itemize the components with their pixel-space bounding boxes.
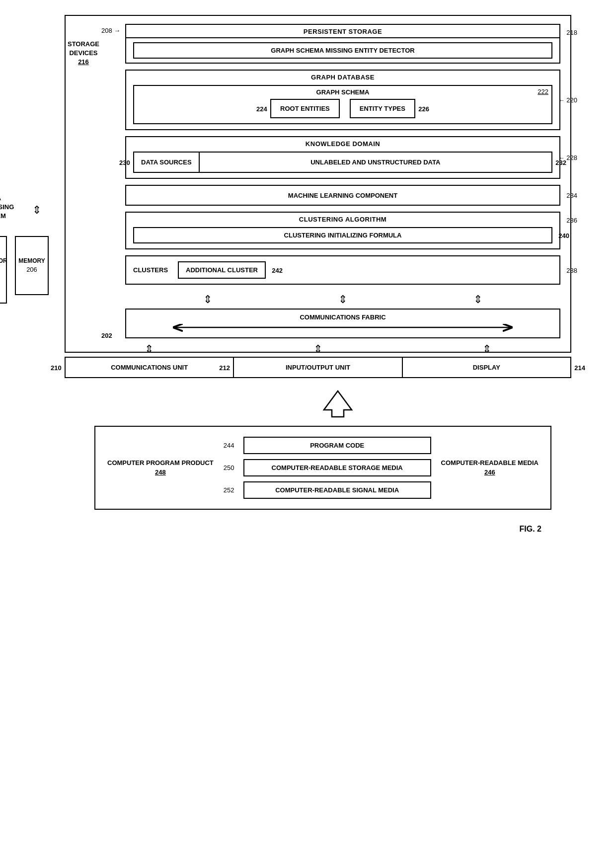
clusters-label: CLUSTERS bbox=[133, 266, 168, 274]
ref-248: 248 bbox=[155, 469, 166, 476]
main-outer-box: 208 → PERSISTENT STORAGE GRAPH SCHEMA MI… bbox=[65, 15, 571, 353]
ref-224: 224 bbox=[256, 105, 267, 112]
memory-box: MEMORY 206 bbox=[15, 236, 49, 295]
data-processing-system-label: DATA PROCESSING SYSTEM 200 bbox=[0, 194, 20, 230]
memory-ref: 206 bbox=[26, 266, 37, 273]
ref-218: 218 bbox=[566, 29, 577, 36]
display-up-arrow: ⇕ bbox=[482, 343, 491, 356]
knowledge-domain-title: KNOWLEDGE DOMAIN bbox=[126, 137, 559, 150]
ref-244: 244 bbox=[224, 442, 239, 449]
horiz-comms-arrow bbox=[130, 323, 555, 332]
arrow-to-fabric-1: ⇕ bbox=[203, 293, 212, 306]
ref-242: 242 bbox=[272, 266, 283, 274]
io-up-arrow: ⇕ bbox=[313, 343, 322, 356]
graph-database-title: GRAPH DATABASE bbox=[126, 71, 559, 83]
unlabeled-data-box: UNLABELED AND UNSTRUCTURED DATA 232 bbox=[200, 152, 552, 173]
clustering-algorithm-box: CLUSTERING ALGORITHM CLUSTERING INITIALI… bbox=[125, 212, 560, 249]
clustering-algorithm-title: CLUSTERING ALGORITHM bbox=[126, 213, 559, 225]
ref-228: ← 228 bbox=[558, 154, 577, 161]
ref-240: 240 bbox=[558, 232, 569, 239]
ref-246: 246 bbox=[484, 469, 495, 476]
ref-220: ← 220 bbox=[558, 96, 577, 104]
comms-unit-box: 210 COMMUNICATIONS UNIT bbox=[65, 357, 234, 378]
persistent-storage-box: PERSISTENT STORAGE GRAPH SCHEMA MISSING … bbox=[125, 24, 560, 64]
svg-marker-1 bbox=[324, 391, 352, 417]
ref-234: 234 bbox=[566, 192, 577, 199]
ref-214: 214 bbox=[574, 364, 585, 371]
root-entities-box: 224 ROOT ENTITIES bbox=[270, 99, 340, 118]
machine-learning-title: MACHINE LEARNING COMPONENT bbox=[288, 192, 397, 199]
display-box: DISPLAY 214 bbox=[403, 357, 571, 378]
program-code-box: PROGRAM CODE bbox=[243, 437, 431, 454]
memory-arrow: ⇕ bbox=[32, 204, 41, 217]
additional-cluster-box: ADDITIONAL CLUSTER 242 bbox=[178, 261, 266, 279]
data-sources-box: 230 DATA SOURCES bbox=[133, 152, 200, 173]
ref-208: 208 → bbox=[101, 27, 120, 34]
ref-238: 238 bbox=[566, 266, 577, 274]
arrow-to-fabric-2: ⇕ bbox=[338, 293, 347, 306]
processor-unit-box: PROCESSOR UNIT 204 bbox=[0, 236, 7, 304]
cpp-left-label: COMPUTER PROGRAM PRODUCT 248 bbox=[107, 459, 214, 476]
io-unit-box: INPUT/OUTPUT UNIT 212 bbox=[234, 357, 402, 378]
cpp-right-label: COMPUTER-READABLE MEDIA 246 bbox=[441, 459, 539, 476]
graph-schema-missing-detector: GRAPH SCHEMA MISSING ENTITY DETECTOR bbox=[133, 42, 552, 59]
signal-media-box: COMPUTER-READABLE SIGNAL MEDIA bbox=[243, 481, 431, 499]
comms-fabric-box: COMMUNICATIONS FABRIC bbox=[125, 309, 560, 338]
clustering-init-box: CLUSTERING INITIALIZING FORMULA 240 bbox=[133, 227, 552, 243]
graph-database-box: GRAPH DATABASE GRAPH SCHEMA 222 224 ROOT… bbox=[125, 70, 560, 130]
ref-202: 202 bbox=[101, 332, 112, 339]
entity-types-box: ENTITY TYPES 226 bbox=[350, 99, 415, 118]
storage-media-box: COMPUTER-READABLE STORAGE MEDIA bbox=[243, 459, 431, 476]
arrow-to-fabric-3: ⇕ bbox=[473, 293, 482, 306]
computer-program-product-outer: COMPUTER PROGRAM PRODUCT 248 244 PROGRAM… bbox=[94, 426, 551, 510]
ref-212: 212 bbox=[219, 364, 230, 371]
ref-222: 222 bbox=[538, 88, 548, 95]
between-diagrams-arrow bbox=[94, 390, 581, 418]
ref-252: 252 bbox=[224, 486, 239, 494]
ref-226: 226 bbox=[418, 105, 429, 112]
clusters-box: CLUSTERS ADDITIONAL CLUSTER 242 238 bbox=[125, 255, 560, 285]
knowledge-domain-box: KNOWLEDGE DOMAIN 230 DATA SOURCES UNLABE… bbox=[125, 136, 560, 179]
ref-210: 210 bbox=[51, 364, 62, 371]
comms-up-arrow: ⇕ bbox=[145, 343, 154, 356]
fig-label: FIG. 2 bbox=[35, 525, 541, 534]
persistent-storage-title: PERSISTENT STORAGE bbox=[126, 25, 559, 38]
graph-schema-title: GRAPH SCHEMA bbox=[134, 86, 551, 97]
ref-250: 250 bbox=[224, 464, 239, 471]
ref-230-label: 230 bbox=[119, 158, 130, 166]
ref-236: 236 bbox=[566, 217, 577, 224]
graph-schema-box: GRAPH SCHEMA 222 224 ROOT ENTITIES ENTIT… bbox=[133, 85, 552, 124]
machine-learning-box: MACHINE LEARNING COMPONENT 234 bbox=[125, 185, 560, 206]
